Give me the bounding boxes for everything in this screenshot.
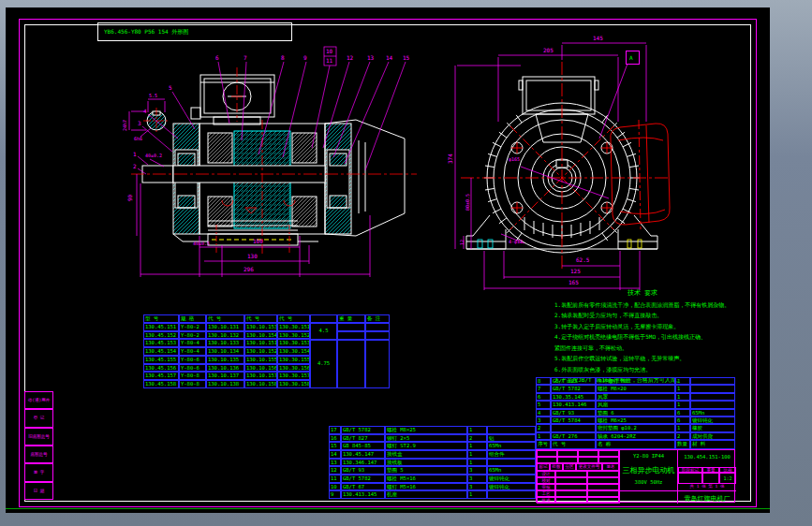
bom-cell-name: 垫圈 6 xyxy=(596,409,675,416)
binding-strip-table: 借(通)用件 登 记 旧底图总号 底图总号 签 字 日 期 xyxy=(24,391,53,500)
model-table-extra-col-1: 重 量 xyxy=(337,314,365,388)
bom-cell-name: 螺栓 M5×16 xyxy=(385,475,467,483)
model-table-cell: Y-80-2 xyxy=(179,323,206,331)
model-table-cell: 130.45.158 xyxy=(143,380,179,388)
bom-cell-code: GB/T 5782 xyxy=(341,475,385,483)
bom-cell-no: 12 xyxy=(329,466,341,475)
model-table-cell: Y-80-8 xyxy=(179,372,206,380)
dim-foot-span-130: 130 xyxy=(247,254,258,259)
bom-cell-name: 螺钉 M5×16 xyxy=(385,483,467,491)
bom-cell-no: 16 xyxy=(329,434,341,443)
bom-cell-code: GB/T 825 xyxy=(551,377,596,385)
model-table-cell: 130.30.154 xyxy=(277,347,310,356)
bom-cell-no: 8 xyxy=(536,377,551,385)
weight-group-2: 4.75 xyxy=(310,340,337,389)
dim-key-width: 5.5 xyxy=(149,93,157,98)
signature-rows: 设计 校对 审核 工艺 批准 xyxy=(537,471,619,504)
balloon-7: 7 xyxy=(244,55,247,61)
model-table-cell: 130.10.158 xyxy=(244,380,277,388)
bom-cell-qty: 2 xyxy=(675,432,690,440)
model-table-cell: 130.30.158 xyxy=(277,380,310,388)
bom-cell-code: 130.413.145 xyxy=(341,490,385,499)
model-table-cell: 130.10.131 xyxy=(206,323,244,331)
title-block: 标记 处数 分区 更改文件号 签名 设计 校对 审核 工艺 批准 Y2-80 I… xyxy=(536,449,735,503)
note-line: 5.装配后作空载运转试验，运转平稳，无异常噪声。 xyxy=(554,353,731,364)
bom-cell-material: 橡胶 xyxy=(690,424,735,431)
model-table-cell: 130.10.134 xyxy=(206,347,244,356)
bom-cell-qty: 6 xyxy=(675,416,690,424)
model-table-cell: 130.45.155 xyxy=(143,356,179,364)
change-record-labels: 标记 处数 分区 更改文件号 签名 xyxy=(537,463,619,471)
bom-cell-no: 5 xyxy=(536,401,551,408)
bom-cell-code: GB/T 5782 xyxy=(551,385,596,392)
bom-cell-qty: 1 xyxy=(467,490,487,499)
dim-left-height: 90 xyxy=(127,195,133,201)
dim-bottom-62-5: 62.5 xyxy=(576,257,589,263)
bom-cell-qty: 1 xyxy=(675,385,690,392)
bom-cell-material: 成对供货 xyxy=(690,432,735,440)
dim-shaft-extension: 40±0.2 xyxy=(145,153,162,158)
dim-overall-length: 296 xyxy=(244,267,254,272)
dim-foot-offset: 40±0.5 xyxy=(193,241,210,246)
bom-header: 代 号 xyxy=(551,440,596,449)
dim-bottom-125: 125 xyxy=(570,269,581,274)
model-table-cell: 130.10.137 xyxy=(206,372,244,380)
dim-bolt-holes: 4-φ12 xyxy=(509,239,523,244)
model-table-cell: 130.10.152 xyxy=(244,347,277,356)
model-table-cell: 130.30.155 xyxy=(277,356,310,364)
dim-foot-thickness: 12 xyxy=(459,240,465,245)
bom-cell-code: GB/T 827 xyxy=(341,434,385,443)
model-table-cell: 130.30.152 xyxy=(277,331,310,340)
dim-flange-diameter: φ165 xyxy=(509,156,520,162)
bom-cell-qty: 1 xyxy=(675,393,690,401)
bom-cell-code: GB/T 93 xyxy=(551,409,596,416)
dim-shaft-height: 80±0.5 xyxy=(465,194,470,211)
model-table-cell: 130.10.155 xyxy=(244,356,277,364)
bom-cell-material xyxy=(487,459,536,467)
bom-cell-no: 11 xyxy=(329,475,341,483)
bom-cell-qty: 2 xyxy=(467,434,487,443)
model-table-cell: 130.45.152 xyxy=(143,331,179,340)
bom-cell-qty: 1 xyxy=(675,377,690,385)
bom-cell-code: GB/T 93 xyxy=(341,466,385,475)
note-line: 6.外表面喷灰色漆，漆膜应均匀光洁。 xyxy=(554,364,731,375)
bom-cell-material xyxy=(690,401,735,408)
dim-key-height: 6h6 xyxy=(134,136,142,141)
bom-header-row: 序号 代 号 名 称 数量 材 料 xyxy=(536,440,735,449)
bom-header: 序号 xyxy=(536,440,551,449)
model-table-cell: 130.10.135 xyxy=(206,356,244,364)
bom-cell-code: 130.346.147 xyxy=(341,459,385,467)
bom-cell-name: 接线板 xyxy=(385,459,467,467)
model-table-weight-column: 4.5 4.75 xyxy=(310,314,337,388)
bom-cell-qty: 1 xyxy=(467,426,487,434)
change-record-empty xyxy=(537,450,619,463)
bom-cell-name: 密封垫圈 φ10.2 xyxy=(596,424,675,431)
bom-cell-material xyxy=(487,490,536,499)
bom-cell-code: GB 845-85 xyxy=(341,442,385,450)
bom-cell-qty: 6 xyxy=(675,409,690,416)
model-table-cell: Y-80-6 xyxy=(179,364,206,373)
bom-cell-code: GB/T 67 xyxy=(341,483,385,491)
drawing-number: 130.454.151-100 xyxy=(678,450,736,467)
bom-cell-name: 螺栓 M6×20 xyxy=(596,385,675,392)
bom-cell-code: GB/T 5784 xyxy=(551,416,596,424)
bom-cell-qty: 3 xyxy=(467,466,487,475)
model-table-extra-col-2: 备 注 xyxy=(365,314,390,388)
bom-header: 材 料 xyxy=(690,440,735,449)
balloon-8: 8 xyxy=(281,55,285,61)
bom-cell-no: 17 xyxy=(329,426,341,434)
bom-cell-material: 65Mn xyxy=(690,409,735,416)
balloon-1: 1 xyxy=(133,152,137,157)
bom-cell-no: 2 xyxy=(536,424,551,431)
model-table-cell: 130.30.157 xyxy=(277,372,310,380)
model-table-cell: 130.45.151 xyxy=(143,323,179,331)
bom-cell-no: 1 xyxy=(536,432,551,440)
dim-bottom-165: 165 xyxy=(568,280,579,285)
bom-cell-name: 风扇 xyxy=(596,401,675,408)
bom-cell-name: 轴承 6204-2RZ xyxy=(596,432,675,440)
bom-cell-material: 组合件 xyxy=(487,450,536,459)
model-table-header: 代 号 xyxy=(244,314,277,323)
balloon-6: 6 xyxy=(215,55,219,61)
bom-cell-name: 垫圈 5 xyxy=(385,466,467,475)
model-table-cell: 130.30.153 xyxy=(277,339,310,347)
